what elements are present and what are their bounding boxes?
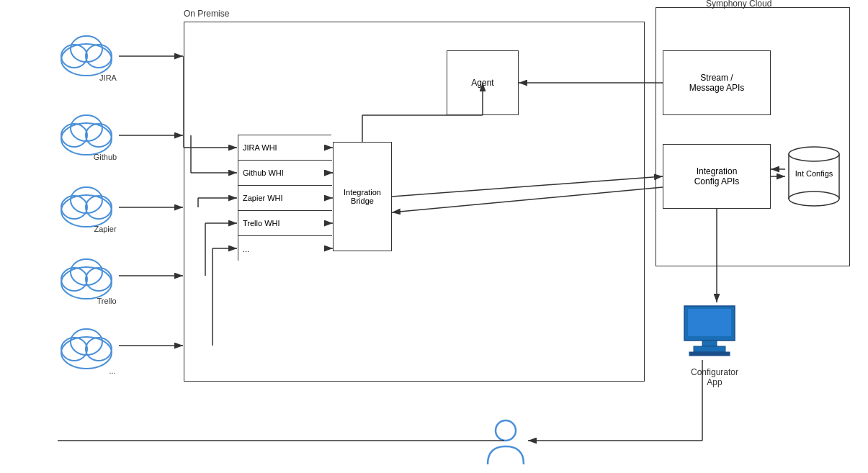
configurator-app-label: Configurator App: [686, 367, 743, 387]
misc-cloud: [54, 320, 119, 371]
github-whi-row: Github WHI: [238, 161, 332, 186]
jira-whi-row: JIRA WHI: [238, 135, 332, 161]
int-config-apis-box: IntegrationConfig APIs: [663, 144, 771, 209]
svg-point-18: [86, 338, 112, 361]
agent-label: Agent: [471, 78, 493, 88]
zapier-cloud: [54, 179, 119, 229]
svg-point-28: [496, 420, 516, 441]
github-cloud: [54, 107, 119, 157]
whi-box: JIRA WHI Github WHI Zapier WHI Trello WH…: [238, 135, 331, 261]
svg-point-14: [86, 268, 112, 291]
configurator-computer-icon: [674, 302, 746, 360]
integration-bridge-label: IntegrationBridge: [344, 188, 381, 205]
agent-box: Agent: [447, 50, 519, 115]
svg-point-2: [86, 45, 112, 68]
github-label: Github: [76, 153, 134, 161]
svg-point-6: [86, 124, 112, 147]
jira-label: JIRA: [79, 73, 137, 82]
trello-whi-row: Trello WHI: [238, 211, 332, 236]
svg-point-1: [61, 45, 87, 68]
misc-cloud-label: ...: [84, 366, 141, 375]
trello-cloud: [54, 251, 119, 301]
svg-point-10: [86, 196, 112, 219]
stream-apis-label: Stream /Message APIs: [689, 73, 745, 93]
svg-rect-27: [689, 352, 730, 356]
integration-bridge-box: IntegrationBridge: [333, 142, 392, 251]
person-icon: [484, 418, 527, 470]
svg-point-13: [61, 268, 87, 291]
trello-label: Trello: [78, 297, 135, 305]
zapier-label: Zapier: [76, 225, 134, 233]
svg-rect-24: [688, 309, 731, 336]
diagram: On Premise Symphony Cloud JIRA Github: [0, 0, 868, 473]
svg-point-22: [789, 192, 839, 206]
on-premise-label: On Premise: [184, 9, 229, 19]
svg-point-17: [61, 338, 87, 361]
int-configs-label: Int Configs: [785, 169, 843, 178]
int-configs-cylinder: Int Configs: [785, 144, 843, 209]
svg-point-21: [789, 147, 839, 161]
int-config-apis-label: IntegrationConfig APIs: [694, 166, 740, 186]
svg-point-5: [61, 124, 87, 147]
svg-point-9: [61, 196, 87, 219]
zapier-whi-row: Zapier WHI: [238, 186, 332, 211]
symphony-cloud-box: [656, 7, 850, 266]
misc-whi-row: ...: [238, 236, 332, 261]
svg-rect-25: [702, 341, 717, 346]
svg-rect-26: [694, 346, 725, 352]
jira-cloud: [54, 27, 119, 78]
stream-apis-box: Stream /Message APIs: [663, 50, 771, 115]
symphony-cloud-label: Symphony Cloud: [706, 0, 771, 9]
